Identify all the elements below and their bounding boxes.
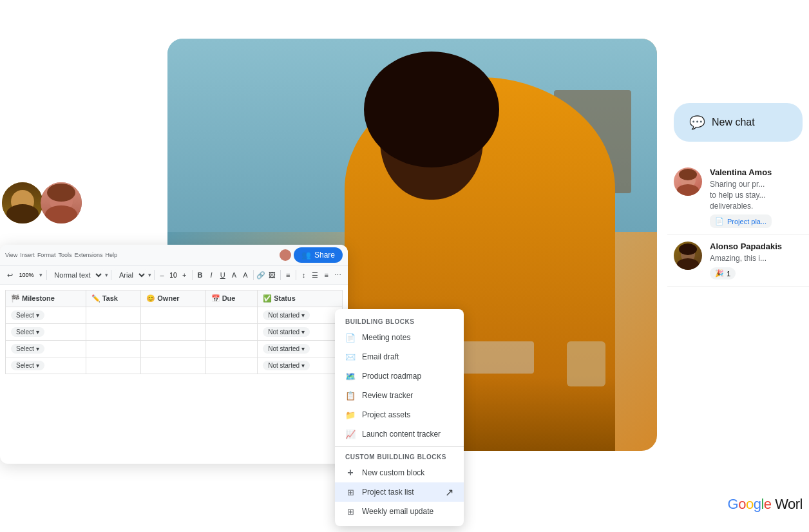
toolbar-italic[interactable]: I	[206, 268, 216, 282]
user-avatar-small	[280, 249, 291, 261]
coffee-mug	[567, 341, 605, 386]
toolbar-sep3	[154, 270, 155, 280]
toolbar-sep7	[296, 270, 296, 280]
blocks-item-meeting-notes[interactable]: 📄 Meeting notes	[335, 328, 464, 347]
toolbar-list[interactable]: ☰	[310, 268, 320, 282]
status-chip-2: Not started ▾	[263, 327, 310, 337]
blocks-divider	[335, 446, 464, 447]
project-assets-label: Project assets	[362, 410, 410, 419]
toolbar-more[interactable]: ⋯	[332, 268, 343, 282]
alonso-name: Alonso Papadakis	[710, 242, 803, 251]
chat-message-valentina[interactable]: Valentina Amos Sharing our pr...to help …	[667, 161, 809, 235]
new-chat-button[interactable]: 💬 New chat	[674, 103, 803, 142]
docs-nav-help: Help	[105, 252, 117, 258]
share-button[interactable]: 👥 Share	[294, 247, 343, 263]
font-selector[interactable]: Arial	[114, 269, 147, 281]
milestone-select-4[interactable]: Select ▾	[11, 361, 44, 370]
toolbar-line-spacing[interactable]: ↕	[299, 268, 309, 282]
col-task: ✏️ Task	[86, 290, 141, 307]
share-icon: 👥	[301, 251, 311, 260]
toolbar-underline[interactable]: U	[218, 268, 228, 282]
person-hair	[364, 52, 499, 167]
toolbar-font-increase[interactable]: +	[179, 268, 189, 282]
toolbar-highlight[interactable]: A	[240, 268, 251, 282]
meeting-notes-icon: 📄	[345, 332, 356, 343]
zoom-level: 100%	[17, 271, 37, 280]
milestone-select-1[interactable]: Select ▾	[11, 310, 44, 320]
new-custom-label: New custom block	[362, 468, 424, 477]
table-row: Select ▾ Not started ▾	[6, 341, 343, 357]
toolbar-numbered-list[interactable]: ≡	[321, 268, 332, 282]
alonso-avatar	[674, 242, 702, 270]
toolbar-image[interactable]: 🖼	[267, 268, 278, 282]
toolbar-strikethrough[interactable]: A	[229, 268, 240, 282]
blocks-item-review-tracker[interactable]: 📋 Review tracker	[335, 386, 464, 405]
reaction-emoji: 🎉	[715, 269, 724, 278]
docs-attachment-icon: 📄	[715, 217, 724, 225]
docs-panel: View Insert Format Tools Extensions Help…	[0, 245, 348, 464]
font-size: 10	[168, 272, 178, 279]
review-tracker-icon: 📋	[345, 390, 356, 401]
product-roadmap-icon: 🗺️	[345, 371, 356, 381]
toolbar-undo[interactable]: ↩	[5, 268, 15, 282]
logo-e: e	[764, 496, 772, 512]
google-workspace-logo: Google Worl	[728, 496, 803, 513]
logo-g: G	[728, 496, 739, 512]
blocks-item-product-roadmap[interactable]: 🗺️ Product roadmap	[335, 366, 464, 386]
toolbar-sep2	[111, 270, 111, 280]
style-selector[interactable]: Normal text	[49, 269, 104, 281]
docs-nav-format: Format	[37, 252, 56, 258]
table-container: 🏁 Milestone ✏️ Task 😊 Owner 📅 Due ✅ Stat…	[0, 285, 348, 379]
col-status: ✅ Status	[258, 290, 343, 307]
blocks-item-project-task-list[interactable]: ⊞ Project task list ↗	[335, 482, 464, 502]
logo-g2: g	[754, 496, 761, 512]
toolbar-font-decrease[interactable]: –	[157, 268, 167, 282]
right-panel: 💬 New chat Valentina Amos Sharing our pr…	[667, 0, 809, 532]
logo-o1: o	[738, 496, 746, 512]
project-task-list-label: Project task list	[362, 488, 414, 497]
valentina-chat-content: Valentina Amos Sharing our pr...to help …	[710, 167, 803, 228]
blocks-section-label-1: BUILDLING BLOCKS	[335, 314, 464, 328]
docs-format-toolbar: ↩ 100% ▾ Normal text ▾ Arial ▾ – 10 + B …	[0, 266, 348, 285]
logo-o2: o	[746, 496, 754, 512]
toolbar-align[interactable]: ≡	[283, 268, 293, 282]
milestone-table: 🏁 Milestone ✏️ Task 😊 Owner 📅 Due ✅ Stat…	[5, 290, 343, 374]
valentina-preview: Sharing our pr...to help us stay...deliv…	[710, 179, 803, 211]
attachment-label: Project pla...	[727, 218, 766, 225]
docs-nav-extensions: Extensions	[74, 252, 102, 258]
avatar-person1	[0, 180, 45, 225]
new-custom-icon: +	[345, 468, 356, 478]
logo-work: Worl	[775, 496, 803, 512]
toolbar-sep1	[46, 270, 47, 280]
col-owner: 😊 Owner	[141, 290, 205, 307]
table-row: Select ▾ Not started ▾	[6, 307, 343, 324]
avatar-person2	[39, 180, 84, 225]
blocks-item-project-assets[interactable]: 📁 Project assets	[335, 405, 464, 424]
valentina-avatar	[674, 167, 702, 196]
alonso-preview: Amazing, this i...	[710, 253, 803, 264]
alonso-reaction: 🎉 1	[710, 267, 736, 280]
blocks-dropdown: BUILDLING BLOCKS 📄 Meeting notes ✉️ Emai…	[335, 309, 464, 526]
project-task-list-icon: ⊞	[345, 487, 356, 497]
product-roadmap-label: Product roadmap	[362, 372, 421, 381]
toolbar-bold[interactable]: B	[195, 268, 205, 282]
blocks-item-new-custom[interactable]: + New custom block	[335, 463, 464, 482]
toolbar-link[interactable]: 🔗	[256, 268, 266, 282]
milestone-select-3[interactable]: Select ▾	[11, 344, 44, 354]
blocks-item-launch-tracker[interactable]: 📈 Launch content tracker	[335, 424, 464, 444]
chat-message-alonso[interactable]: Alonso Papadakis Amazing, this i... 🎉 1	[667, 235, 809, 287]
table-row: Select ▾ Not started ▾	[6, 357, 343, 374]
meeting-notes-label: Meeting notes	[362, 333, 410, 342]
blocks-item-email-draft[interactable]: ✉️ Email draft	[335, 347, 464, 366]
milestone-select-2[interactable]: Select ▾	[11, 327, 44, 337]
weekly-email-icon: ⊞	[345, 506, 356, 517]
chat-icon: 💬	[689, 115, 705, 130]
col-milestone: 🏁 Milestone	[6, 290, 86, 307]
toolbar-sep5	[253, 270, 254, 280]
weekly-email-label: Weekly email update	[362, 507, 433, 516]
valentina-attachment[interactable]: 📄 Project pla...	[710, 214, 772, 228]
status-chip-4: Not started ▾	[263, 361, 310, 370]
blocks-item-weekly-email[interactable]: ⊞ Weekly email update	[335, 502, 464, 521]
status-chip-3: Not started ▾	[263, 344, 310, 354]
docs-nav-tools: Tools	[58, 252, 71, 258]
